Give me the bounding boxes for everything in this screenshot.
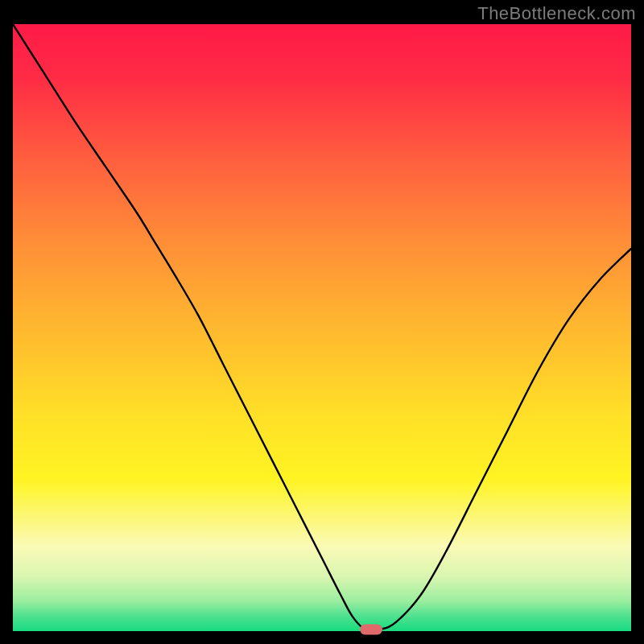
chart-frame: TheBottleneck.com: [0, 0, 644, 644]
optimal-marker: [360, 624, 382, 634]
curve-layer: [13, 24, 631, 631]
plot-area: [13, 24, 631, 631]
watermark-label: TheBottleneck.com: [477, 3, 636, 24]
bottleneck-curve: [13, 24, 631, 630]
